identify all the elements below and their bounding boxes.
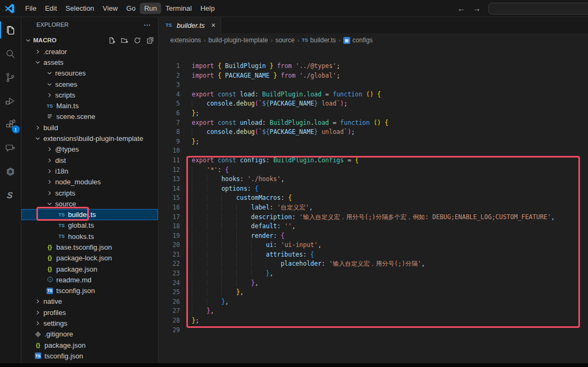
line-number[interactable]: 24	[159, 279, 180, 288]
menu-help[interactable]: Help	[196, 3, 219, 14]
tree-item-profiles[interactable]: profiles	[21, 307, 158, 318]
tree-item-main.ts[interactable]: TSMain.ts	[21, 100, 158, 111]
line-number[interactable]: 21	[159, 250, 180, 260]
line-number[interactable]: 27	[159, 306, 180, 316]
new-folder-icon[interactable]	[119, 35, 129, 45]
line-number[interactable]: 22	[159, 259, 180, 269]
tree-item-readme.md[interactable]: readme.md	[21, 274, 158, 285]
tree-item-scripts[interactable]: scripts	[21, 89, 158, 100]
tree-item-extensions-build-plugin-template[interactable]: extensions\build-plugin-template	[21, 133, 158, 144]
hexagon-extension-icon[interactable]	[0, 160, 21, 183]
tree-item-builder.ts[interactable]: TSbuilder.ts	[21, 209, 158, 220]
line-number[interactable]: 17	[159, 213, 180, 222]
line-number[interactable]: 2	[159, 71, 180, 81]
menu-file[interactable]: File	[21, 3, 41, 14]
line-number[interactable]: 8	[159, 128, 180, 137]
refresh-icon[interactable]	[132, 35, 142, 45]
tree-item-.creator[interactable]: .creator	[21, 46, 158, 57]
tree-item-resources[interactable]: resources	[21, 68, 158, 79]
line-number[interactable]: 12	[159, 166, 180, 175]
tree-item-base.tsconfig.json[interactable]: {}base.tsconfig.json	[21, 242, 158, 252]
tree-item-global.ts[interactable]: TSglobal.ts	[21, 220, 158, 231]
nav-back-icon[interactable]: ←	[457, 4, 465, 13]
tree-item-native[interactable]: native	[21, 296, 158, 307]
line-number[interactable]: 10	[159, 146, 180, 156]
section-header-macro[interactable]: MACRO	[21, 34, 158, 46]
breadcrumb-item-configs[interactable]: ▣configs	[343, 36, 373, 44]
new-file-icon[interactable]	[107, 35, 116, 45]
sidebar-more-actions-icon[interactable]: ⋯	[144, 20, 152, 29]
run-debug-icon[interactable]	[0, 89, 21, 113]
tree-item-dist[interactable]: dist	[21, 155, 158, 166]
tree-item-settings[interactable]: settings	[21, 318, 158, 328]
line-number[interactable]: 28	[159, 316, 180, 326]
line-number[interactable]: 4	[159, 90, 180, 100]
breadcrumb-item-builder.ts[interactable]: TSbuilder.ts	[302, 36, 336, 44]
menu-selection[interactable]: Selection	[61, 3, 98, 14]
tree-item-build[interactable]: build	[21, 122, 158, 133]
code-editor[interactable]: 1import { BuildPlugin } from '../@types'…	[159, 47, 588, 363]
code-line-2: 2import { PACKAGE_NAME } from './global'…	[159, 71, 588, 81]
line-number[interactable]: 5	[159, 99, 180, 109]
tree-item-hooks.ts[interactable]: TShooks.ts	[21, 231, 158, 242]
tree-item-i18n[interactable]: i18n	[21, 166, 158, 176]
tree-item-.gitignore[interactable]: .gitignore	[21, 329, 158, 340]
tree-item-tsconfig.json[interactable]: TStsconfig.json	[21, 286, 158, 296]
line-number[interactable]: 3	[159, 80, 180, 90]
command-center-search[interactable]	[488, 3, 588, 14]
tree-item-node-modules[interactable]: node_modules	[21, 177, 158, 188]
tab-close-icon[interactable]: ×	[211, 21, 215, 29]
chat-icon[interactable]	[0, 136, 21, 160]
line-number[interactable]: 25	[159, 288, 180, 297]
tree-item-package.json[interactable]: {}package.json	[21, 340, 158, 350]
tree-item-scripts[interactable]: scripts	[21, 188, 158, 198]
menu-run[interactable]: Run	[140, 3, 161, 14]
tree-item-scene.scene[interactable]: scene.scene	[21, 111, 158, 122]
code-line-22: 22 placeholder: '输入自定义宏，用分号(;)分隔',	[159, 259, 588, 269]
line-number[interactable]: 29	[159, 326, 180, 335]
search-icon[interactable]	[0, 42, 21, 65]
breadcrumb-item-extensions[interactable]: extensions	[170, 36, 201, 44]
nav-forward-icon[interactable]: →	[473, 4, 481, 13]
breadcrumb-item-build-plugin-template[interactable]: build-plugin-template	[208, 36, 268, 44]
code-line-12: 12 '*': {	[159, 166, 588, 175]
tree-item-assets[interactable]: assets	[21, 57, 158, 68]
breadcrumb-item-source[interactable]: source	[275, 36, 295, 44]
extensions-icon[interactable]: 1	[0, 113, 21, 136]
line-number[interactable]: 26	[159, 297, 180, 307]
line-number[interactable]: 16	[159, 203, 180, 213]
tree-item-source[interactable]: source	[21, 198, 158, 209]
line-number[interactable]: 23	[159, 269, 180, 279]
tree-item-package-lock.json[interactable]: {}package-lock.json	[21, 253, 158, 264]
code-line-5: 5 console.debug(`${PACKAGE_NAME} load`);	[159, 99, 588, 109]
menu-terminal[interactable]: Terminal	[161, 3, 196, 14]
collapse-all-icon[interactable]	[145, 35, 155, 45]
line-number[interactable]: 15	[159, 193, 180, 203]
line-number[interactable]: 14	[159, 184, 180, 194]
menu-edit[interactable]: Edit	[41, 3, 61, 14]
line-number[interactable]: 11	[159, 156, 180, 166]
code-line-content: console.debug(`${PACKAGE_NAME} load`);	[180, 99, 348, 109]
tree-item-scenes[interactable]: scenes	[21, 79, 158, 89]
tab-builder-ts[interactable]: TS builder.ts ×	[159, 17, 221, 33]
tree-item-tsconfig.json[interactable]: TStsconfig.json	[21, 350, 158, 361]
menu-view[interactable]: View	[99, 3, 122, 14]
line-number[interactable]: 20	[159, 241, 180, 250]
line-number[interactable]: 7	[159, 118, 180, 128]
code-line-content: };	[180, 316, 199, 326]
line-number[interactable]: 9	[159, 137, 180, 147]
source-control-icon[interactable]	[0, 65, 21, 89]
line-number[interactable]: 18	[159, 222, 180, 231]
tree-item-package.json[interactable]: {}package.json	[21, 264, 158, 274]
line-number[interactable]: 6	[159, 109, 180, 118]
svg-text:S: S	[6, 190, 13, 199]
code-line-content: render: {	[180, 231, 284, 241]
line-number[interactable]: 19	[159, 231, 180, 241]
code-line-content: attributes: {	[180, 250, 314, 260]
menu-go[interactable]: Go	[122, 3, 140, 14]
tree-item-@types[interactable]: @types	[21, 144, 158, 155]
s-extension-icon[interactable]: S	[0, 183, 21, 207]
line-number[interactable]: 13	[159, 175, 180, 184]
explorer-icon[interactable]	[0, 18, 21, 42]
line-number[interactable]: 1	[159, 62, 180, 71]
